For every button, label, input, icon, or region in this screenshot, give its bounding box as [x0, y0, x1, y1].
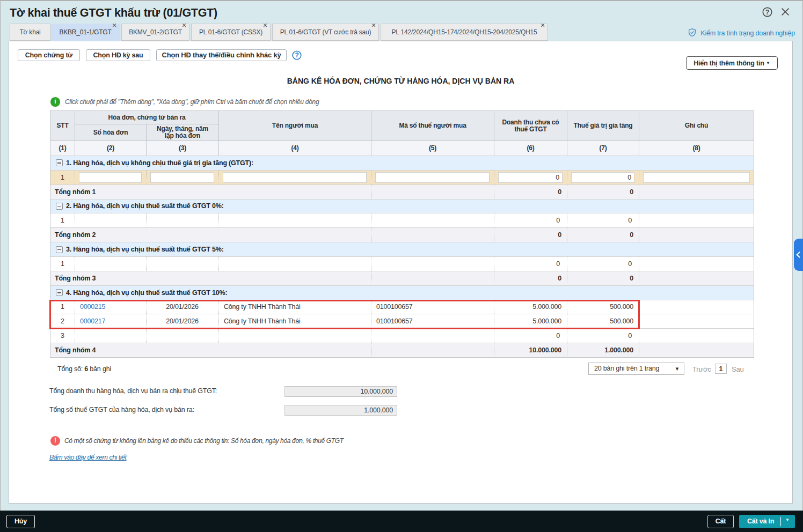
svg-text:?: ?: [295, 51, 298, 59]
svg-text:?: ?: [765, 9, 769, 16]
